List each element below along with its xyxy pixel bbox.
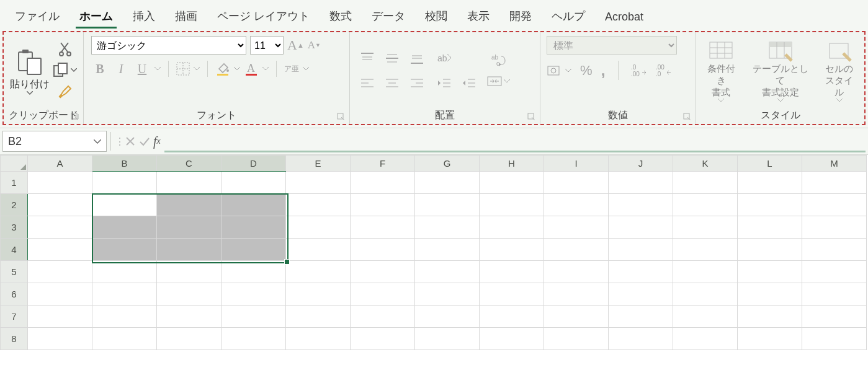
decrease-decimal-button[interactable]: .00.0 bbox=[656, 64, 672, 77]
cell-C5[interactable] bbox=[157, 261, 221, 283]
wrap-text-button[interactable]: abc bbox=[490, 53, 506, 68]
cell-C8[interactable] bbox=[157, 328, 221, 350]
tab-formulas[interactable]: 数式 bbox=[320, 1, 362, 30]
paste-dropdown-icon[interactable] bbox=[27, 91, 33, 95]
cell-D3[interactable] bbox=[221, 216, 286, 239]
cell-C2[interactable] bbox=[157, 194, 221, 216]
column-header-M[interactable]: M bbox=[802, 156, 867, 172]
cell-B7[interactable] bbox=[92, 306, 157, 328]
cell-G1[interactable] bbox=[415, 172, 480, 194]
decrease-indent-button[interactable] bbox=[434, 73, 454, 93]
cell-G7[interactable] bbox=[415, 306, 480, 328]
tab-view[interactable]: 表示 bbox=[457, 1, 499, 30]
number-launcher-icon[interactable] bbox=[683, 113, 693, 123]
italic-button[interactable]: I bbox=[112, 61, 130, 77]
cell-E1[interactable] bbox=[286, 172, 351, 194]
cell-A3[interactable] bbox=[28, 216, 92, 239]
cell-D4[interactable] bbox=[221, 239, 286, 261]
merge-cells-button[interactable] bbox=[486, 74, 510, 88]
tab-dev[interactable]: 開発 bbox=[499, 1, 542, 30]
cell-G3[interactable] bbox=[415, 216, 480, 239]
cell-M5[interactable] bbox=[802, 261, 867, 283]
borders-button[interactable] bbox=[176, 62, 190, 76]
cell-K8[interactable] bbox=[673, 328, 738, 350]
font-size-select[interactable]: 11 bbox=[250, 36, 284, 55]
cell-K2[interactable] bbox=[673, 194, 738, 216]
column-header-F[interactable]: F bbox=[351, 156, 415, 172]
name-box[interactable]: B2 bbox=[2, 131, 107, 152]
column-header-D[interactable]: D bbox=[221, 156, 286, 172]
tab-help[interactable]: ヘルプ bbox=[542, 1, 595, 30]
cell-I5[interactable] bbox=[544, 261, 609, 283]
cell-B8[interactable] bbox=[92, 328, 157, 350]
cell-J6[interactable] bbox=[609, 283, 673, 306]
cell-H4[interactable] bbox=[480, 239, 544, 261]
cell-A1[interactable] bbox=[28, 172, 92, 194]
formula-input[interactable] bbox=[164, 131, 866, 152]
row-header-3[interactable]: 3 bbox=[1, 216, 28, 239]
column-header-C[interactable]: C bbox=[157, 156, 221, 172]
cell-H5[interactable] bbox=[480, 261, 544, 283]
cell-H7[interactable] bbox=[480, 306, 544, 328]
cell-G8[interactable] bbox=[415, 328, 480, 350]
cell-K4[interactable] bbox=[673, 239, 738, 261]
underline-button[interactable]: U bbox=[133, 61, 151, 77]
column-header-B[interactable]: B bbox=[92, 156, 157, 172]
tab-review[interactable]: 校閲 bbox=[415, 1, 457, 30]
worksheet-grid[interactable]: ABCDEFGHIJKLM12345678 bbox=[0, 155, 868, 365]
increase-decimal-button[interactable]: .0.00 bbox=[631, 64, 647, 77]
cell-G5[interactable] bbox=[415, 261, 480, 283]
column-header-K[interactable]: K bbox=[673, 156, 738, 172]
cell-H8[interactable] bbox=[480, 328, 544, 350]
cell-C3[interactable] bbox=[157, 216, 221, 239]
comma-button[interactable]: , bbox=[601, 61, 606, 80]
cell-H6[interactable] bbox=[480, 283, 544, 306]
cell-H1[interactable] bbox=[480, 172, 544, 194]
orientation-button[interactable]: ab bbox=[434, 48, 454, 68]
cell-F6[interactable] bbox=[351, 283, 415, 306]
cell-M1[interactable] bbox=[802, 172, 867, 194]
cell-D5[interactable] bbox=[221, 261, 286, 283]
row-header-7[interactable]: 7 bbox=[1, 306, 28, 328]
cell-C7[interactable] bbox=[157, 306, 221, 328]
tab-data[interactable]: データ bbox=[362, 1, 415, 30]
cell-G4[interactable] bbox=[415, 239, 480, 261]
cell-D6[interactable] bbox=[221, 283, 286, 306]
cell-F7[interactable] bbox=[351, 306, 415, 328]
cell-F4[interactable] bbox=[351, 239, 415, 261]
copy-button[interactable] bbox=[53, 63, 77, 77]
row-header-8[interactable]: 8 bbox=[1, 328, 28, 350]
cut-button[interactable] bbox=[58, 42, 72, 56]
cell-L4[interactable] bbox=[738, 239, 802, 261]
paste-button[interactable]: 貼り付け bbox=[10, 47, 50, 95]
cell-I4[interactable] bbox=[544, 239, 609, 261]
cell-B4[interactable] bbox=[92, 239, 157, 261]
tab-file[interactable]: ファイル bbox=[5, 1, 69, 30]
cell-B2[interactable] bbox=[92, 194, 157, 216]
cell-F2[interactable] bbox=[351, 194, 415, 216]
cell-H3[interactable] bbox=[480, 216, 544, 239]
cell-K3[interactable] bbox=[673, 216, 738, 239]
cell-J8[interactable] bbox=[609, 328, 673, 350]
cell-L8[interactable] bbox=[738, 328, 802, 350]
cell-L3[interactable] bbox=[738, 216, 802, 239]
cell-I7[interactable] bbox=[544, 306, 609, 328]
fill-color-button[interactable] bbox=[215, 61, 230, 76]
cell-I8[interactable] bbox=[544, 328, 609, 350]
cell-I2[interactable] bbox=[544, 194, 609, 216]
underline-dropdown-icon[interactable] bbox=[154, 67, 161, 71]
percent-button[interactable]: % bbox=[580, 63, 593, 79]
tab-acrobat[interactable]: Acrobat bbox=[595, 3, 653, 30]
cell-E6[interactable] bbox=[286, 283, 351, 306]
cell-I6[interactable] bbox=[544, 283, 609, 306]
column-header-G[interactable]: G bbox=[415, 156, 480, 172]
cell-I3[interactable] bbox=[544, 216, 609, 239]
cell-J2[interactable] bbox=[609, 194, 673, 216]
cell-G6[interactable] bbox=[415, 283, 480, 306]
phonetic-dropdown-icon[interactable] bbox=[303, 67, 309, 71]
bold-button[interactable]: B bbox=[91, 61, 109, 77]
phonetic-button[interactable]: ア亜 bbox=[284, 65, 299, 73]
cell-F3[interactable] bbox=[351, 216, 415, 239]
column-header-H[interactable]: H bbox=[480, 156, 544, 172]
clipboard-launcher-icon[interactable] bbox=[71, 113, 81, 123]
